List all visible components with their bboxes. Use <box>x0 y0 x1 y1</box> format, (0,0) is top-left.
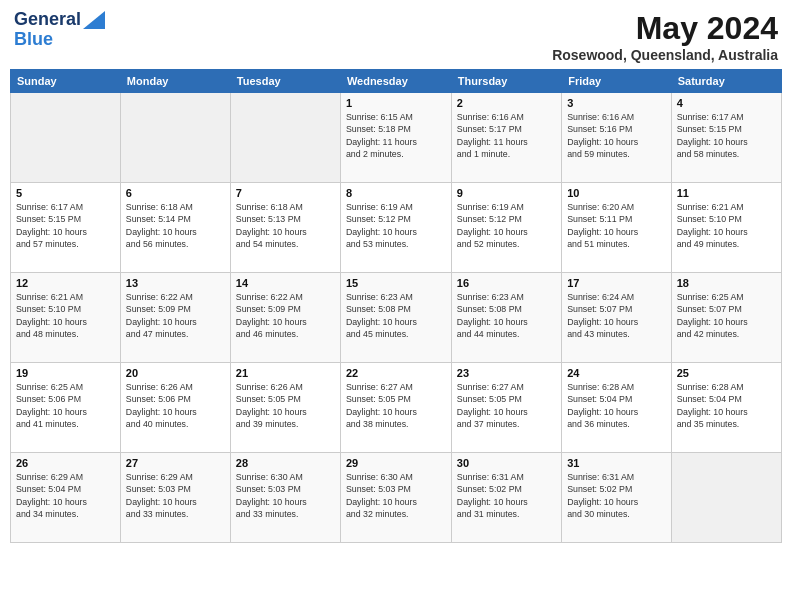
day-number: 22 <box>346 367 446 379</box>
day-cell: 18Sunrise: 6:25 AM Sunset: 5:07 PM Dayli… <box>671 273 781 363</box>
day-number: 1 <box>346 97 446 109</box>
day-info: Sunrise: 6:30 AM Sunset: 5:03 PM Dayligh… <box>236 471 335 520</box>
day-number: 9 <box>457 187 556 199</box>
day-number: 8 <box>346 187 446 199</box>
logo: General Blue <box>14 10 105 50</box>
weekday-header-row: SundayMondayTuesdayWednesdayThursdayFrid… <box>11 70 782 93</box>
day-cell: 16Sunrise: 6:23 AM Sunset: 5:08 PM Dayli… <box>451 273 561 363</box>
day-number: 10 <box>567 187 666 199</box>
day-info: Sunrise: 6:25 AM Sunset: 5:06 PM Dayligh… <box>16 381 115 430</box>
day-info: Sunrise: 6:28 AM Sunset: 5:04 PM Dayligh… <box>677 381 776 430</box>
day-number: 23 <box>457 367 556 379</box>
day-cell: 29Sunrise: 6:30 AM Sunset: 5:03 PM Dayli… <box>340 453 451 543</box>
day-cell: 3Sunrise: 6:16 AM Sunset: 5:16 PM Daylig… <box>562 93 672 183</box>
day-info: Sunrise: 6:26 AM Sunset: 5:05 PM Dayligh… <box>236 381 335 430</box>
day-cell: 4Sunrise: 6:17 AM Sunset: 5:15 PM Daylig… <box>671 93 781 183</box>
day-info: Sunrise: 6:15 AM Sunset: 5:18 PM Dayligh… <box>346 111 446 160</box>
day-info: Sunrise: 6:18 AM Sunset: 5:14 PM Dayligh… <box>126 201 225 250</box>
day-cell: 24Sunrise: 6:28 AM Sunset: 5:04 PM Dayli… <box>562 363 672 453</box>
day-info: Sunrise: 6:30 AM Sunset: 5:03 PM Dayligh… <box>346 471 446 520</box>
day-info: Sunrise: 6:19 AM Sunset: 5:12 PM Dayligh… <box>457 201 556 250</box>
day-cell: 14Sunrise: 6:22 AM Sunset: 5:09 PM Dayli… <box>230 273 340 363</box>
day-cell: 10Sunrise: 6:20 AM Sunset: 5:11 PM Dayli… <box>562 183 672 273</box>
weekday-header-sunday: Sunday <box>11 70 121 93</box>
day-cell: 30Sunrise: 6:31 AM Sunset: 5:02 PM Dayli… <box>451 453 561 543</box>
day-number: 13 <box>126 277 225 289</box>
day-number: 27 <box>126 457 225 469</box>
day-number: 20 <box>126 367 225 379</box>
day-cell: 13Sunrise: 6:22 AM Sunset: 5:09 PM Dayli… <box>120 273 230 363</box>
day-info: Sunrise: 6:22 AM Sunset: 5:09 PM Dayligh… <box>126 291 225 340</box>
day-info: Sunrise: 6:22 AM Sunset: 5:09 PM Dayligh… <box>236 291 335 340</box>
day-number: 2 <box>457 97 556 109</box>
day-info: Sunrise: 6:21 AM Sunset: 5:10 PM Dayligh… <box>677 201 776 250</box>
day-info: Sunrise: 6:18 AM Sunset: 5:13 PM Dayligh… <box>236 201 335 250</box>
day-cell: 23Sunrise: 6:27 AM Sunset: 5:05 PM Dayli… <box>451 363 561 453</box>
day-info: Sunrise: 6:27 AM Sunset: 5:05 PM Dayligh… <box>346 381 446 430</box>
day-number: 11 <box>677 187 776 199</box>
week-row-2: 5Sunrise: 6:17 AM Sunset: 5:15 PM Daylig… <box>11 183 782 273</box>
svg-marker-0 <box>83 11 105 29</box>
day-number: 28 <box>236 457 335 469</box>
day-cell: 1Sunrise: 6:15 AM Sunset: 5:18 PM Daylig… <box>340 93 451 183</box>
day-number: 21 <box>236 367 335 379</box>
day-cell: 12Sunrise: 6:21 AM Sunset: 5:10 PM Dayli… <box>11 273 121 363</box>
day-number: 17 <box>567 277 666 289</box>
day-number: 25 <box>677 367 776 379</box>
weekday-header-thursday: Thursday <box>451 70 561 93</box>
day-cell: 6Sunrise: 6:18 AM Sunset: 5:14 PM Daylig… <box>120 183 230 273</box>
day-number: 14 <box>236 277 335 289</box>
day-info: Sunrise: 6:21 AM Sunset: 5:10 PM Dayligh… <box>16 291 115 340</box>
day-info: Sunrise: 6:19 AM Sunset: 5:12 PM Dayligh… <box>346 201 446 250</box>
day-info: Sunrise: 6:24 AM Sunset: 5:07 PM Dayligh… <box>567 291 666 340</box>
week-row-4: 19Sunrise: 6:25 AM Sunset: 5:06 PM Dayli… <box>11 363 782 453</box>
weekday-header-friday: Friday <box>562 70 672 93</box>
day-number: 19 <box>16 367 115 379</box>
day-number: 6 <box>126 187 225 199</box>
day-info: Sunrise: 6:25 AM Sunset: 5:07 PM Dayligh… <box>677 291 776 340</box>
day-cell: 5Sunrise: 6:17 AM Sunset: 5:15 PM Daylig… <box>11 183 121 273</box>
day-number: 29 <box>346 457 446 469</box>
month-title: May 2024 <box>552 10 778 47</box>
day-cell: 21Sunrise: 6:26 AM Sunset: 5:05 PM Dayli… <box>230 363 340 453</box>
day-number: 18 <box>677 277 776 289</box>
logo-icon <box>83 11 105 29</box>
day-cell: 22Sunrise: 6:27 AM Sunset: 5:05 PM Dayli… <box>340 363 451 453</box>
logo-general: General <box>14 10 81 30</box>
day-cell <box>11 93 121 183</box>
day-info: Sunrise: 6:23 AM Sunset: 5:08 PM Dayligh… <box>346 291 446 340</box>
day-cell: 27Sunrise: 6:29 AM Sunset: 5:03 PM Dayli… <box>120 453 230 543</box>
day-info: Sunrise: 6:28 AM Sunset: 5:04 PM Dayligh… <box>567 381 666 430</box>
page-header: General Blue May 2024 Rosewood, Queensla… <box>10 10 782 63</box>
day-number: 30 <box>457 457 556 469</box>
day-info: Sunrise: 6:29 AM Sunset: 5:04 PM Dayligh… <box>16 471 115 520</box>
title-block: May 2024 Rosewood, Queensland, Australia <box>552 10 778 63</box>
day-info: Sunrise: 6:23 AM Sunset: 5:08 PM Dayligh… <box>457 291 556 340</box>
day-info: Sunrise: 6:17 AM Sunset: 5:15 PM Dayligh… <box>16 201 115 250</box>
week-row-1: 1Sunrise: 6:15 AM Sunset: 5:18 PM Daylig… <box>11 93 782 183</box>
day-cell: 19Sunrise: 6:25 AM Sunset: 5:06 PM Dayli… <box>11 363 121 453</box>
weekday-header-wednesday: Wednesday <box>340 70 451 93</box>
day-number: 4 <box>677 97 776 109</box>
day-number: 12 <box>16 277 115 289</box>
day-info: Sunrise: 6:17 AM Sunset: 5:15 PM Dayligh… <box>677 111 776 160</box>
calendar-table: SundayMondayTuesdayWednesdayThursdayFrid… <box>10 69 782 543</box>
weekday-header-saturday: Saturday <box>671 70 781 93</box>
day-cell <box>671 453 781 543</box>
day-number: 16 <box>457 277 556 289</box>
day-cell: 9Sunrise: 6:19 AM Sunset: 5:12 PM Daylig… <box>451 183 561 273</box>
day-cell <box>120 93 230 183</box>
day-cell: 31Sunrise: 6:31 AM Sunset: 5:02 PM Dayli… <box>562 453 672 543</box>
day-info: Sunrise: 6:29 AM Sunset: 5:03 PM Dayligh… <box>126 471 225 520</box>
day-number: 15 <box>346 277 446 289</box>
day-cell <box>230 93 340 183</box>
day-number: 3 <box>567 97 666 109</box>
day-cell: 25Sunrise: 6:28 AM Sunset: 5:04 PM Dayli… <box>671 363 781 453</box>
day-cell: 26Sunrise: 6:29 AM Sunset: 5:04 PM Dayli… <box>11 453 121 543</box>
day-info: Sunrise: 6:16 AM Sunset: 5:16 PM Dayligh… <box>567 111 666 160</box>
day-cell: 11Sunrise: 6:21 AM Sunset: 5:10 PM Dayli… <box>671 183 781 273</box>
day-info: Sunrise: 6:31 AM Sunset: 5:02 PM Dayligh… <box>457 471 556 520</box>
day-cell: 28Sunrise: 6:30 AM Sunset: 5:03 PM Dayli… <box>230 453 340 543</box>
day-info: Sunrise: 6:16 AM Sunset: 5:17 PM Dayligh… <box>457 111 556 160</box>
logo-blue: Blue <box>14 30 53 50</box>
